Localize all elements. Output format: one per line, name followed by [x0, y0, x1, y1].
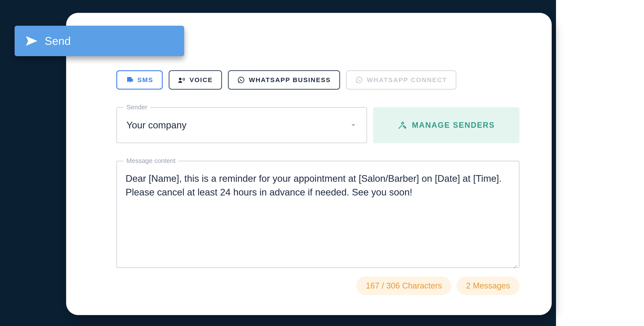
send-icon: [25, 34, 38, 47]
tab-voice-label: VOICE: [190, 76, 213, 84]
message-content-field[interactable]: Message content Dear [Name], this is a r…: [116, 161, 520, 268]
message-text[interactable]: Dear [Name], this is a reminder for your…: [126, 172, 510, 263]
message-count-badge: 2 Messages: [456, 277, 520, 295]
tab-sms[interactable]: SMS: [116, 70, 163, 90]
send-button-label: Send: [45, 34, 71, 47]
sender-legend: Sender: [124, 104, 150, 111]
voice-icon: [178, 76, 186, 84]
sender-row: Sender Your company MANAGE SENDERS: [116, 107, 520, 143]
tab-whatsapp-business[interactable]: WHATSAPP BUSINESS: [228, 70, 340, 90]
card-content: SMS VOICE WHATSAPP BUSINESS: [116, 70, 520, 295]
character-count-badge: 167 / 306 Characters: [356, 277, 452, 295]
compose-card: SMS VOICE WHATSAPP BUSINESS: [66, 13, 552, 315]
tab-voice[interactable]: VOICE: [169, 70, 222, 90]
manage-senders-label: MANAGE SENDERS: [412, 121, 495, 130]
svg-point-0: [179, 78, 182, 80]
send-button[interactable]: Send: [14, 26, 184, 56]
sender-value: Your company: [126, 120, 186, 131]
message-stats: 167 / 306 Characters 2 Messages: [116, 277, 520, 295]
channel-tabs: SMS VOICE WHATSAPP BUSINESS: [116, 70, 520, 90]
resize-handle-icon[interactable]: [512, 260, 518, 266]
sender-select[interactable]: Sender Your company: [116, 107, 367, 143]
message-legend: Message content: [124, 157, 178, 164]
tab-whatsapp-connect-label: WHATSAPP CONNECT: [367, 76, 447, 84]
tab-whatsapp-connect: WHATSAPP CONNECT: [346, 70, 456, 90]
tab-sms-label: SMS: [138, 76, 153, 84]
tab-whatsapp-business-label: WHATSAPP BUSINESS: [249, 76, 331, 84]
tools-icon: [398, 121, 406, 130]
whatsapp-icon: [237, 76, 245, 84]
chevron-down-icon: [350, 122, 357, 129]
sms-icon: [126, 76, 134, 84]
whatsapp-icon: [355, 76, 363, 84]
manage-senders-button[interactable]: MANAGE SENDERS: [373, 107, 520, 143]
